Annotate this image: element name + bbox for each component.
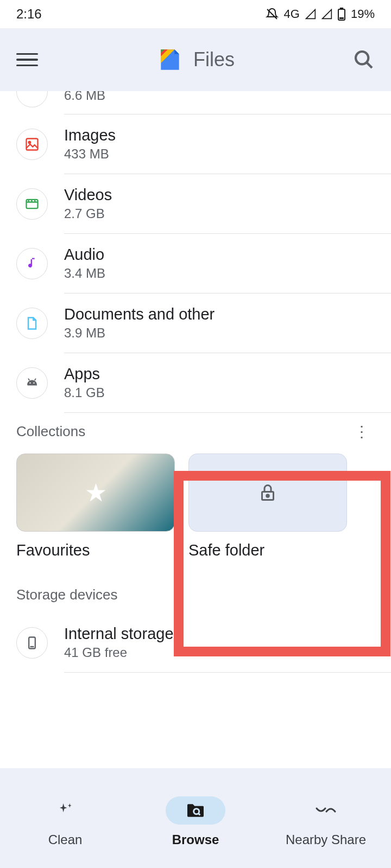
bell-off-icon xyxy=(266,8,279,21)
svg-point-4 xyxy=(356,52,368,64)
category-apps[interactable]: Apps 8.1 GB xyxy=(0,353,391,412)
svg-line-5 xyxy=(367,62,372,68)
phone-icon xyxy=(24,635,40,650)
category-size: 433 MB xyxy=(64,146,375,162)
category-size: 2.7 GB xyxy=(64,206,375,221)
internal-storage-item[interactable]: Internal storage 41 GB free xyxy=(0,609,391,672)
lock-icon xyxy=(258,483,278,502)
nav-label: Browse xyxy=(172,832,219,847)
signal-icon-2 xyxy=(321,9,332,20)
header-title: Files xyxy=(38,46,353,73)
svg-rect-2 xyxy=(340,8,343,9)
files-logo-icon xyxy=(156,46,184,73)
folder-search-icon xyxy=(185,800,206,821)
category-size: 3.9 MB xyxy=(64,326,375,341)
favourites-thumbnail: ★ xyxy=(16,454,175,532)
signal-icon xyxy=(305,9,316,20)
sparkle-icon xyxy=(54,800,76,821)
android-icon xyxy=(24,375,40,391)
status-indicators: 4G 19% xyxy=(266,7,375,21)
section-title: Collections xyxy=(16,423,85,440)
category-downloads-partial[interactable]: 6.6 MB xyxy=(0,91,391,114)
category-images[interactable]: Images 433 MB xyxy=(0,114,391,174)
battery-icon xyxy=(338,8,345,21)
more-icon[interactable]: ⋮ xyxy=(349,423,375,441)
collection-label: Safe folder xyxy=(188,541,347,559)
video-icon xyxy=(24,196,40,212)
svg-rect-3 xyxy=(339,17,344,19)
star-icon: ★ xyxy=(85,478,107,507)
main-scroll[interactable]: 6.6 MB Images 433 MB Videos 2.7 GB Audio… xyxy=(0,91,391,768)
collections-section-header: Collections ⋮ xyxy=(0,413,391,446)
audio-icon xyxy=(24,256,40,271)
svg-point-10 xyxy=(33,382,34,383)
menu-button[interactable] xyxy=(16,49,38,71)
storage-free: 41 GB free xyxy=(64,645,375,660)
nav-clean[interactable]: Clean xyxy=(11,796,119,847)
nav-nearby-share[interactable]: Nearby Share xyxy=(272,796,380,847)
safe-folder-thumbnail xyxy=(188,454,347,532)
favourites-card[interactable]: ★ Favourites xyxy=(16,454,175,559)
category-size: 8.1 GB xyxy=(64,385,375,400)
category-videos[interactable]: Videos 2.7 GB xyxy=(0,174,391,233)
status-bar: 2:16 4G 19% xyxy=(0,0,391,28)
category-size: 6.6 MB xyxy=(64,91,105,103)
nearby-share-icon xyxy=(314,802,337,819)
app-title: Files xyxy=(193,48,235,71)
collection-label: Favourites xyxy=(16,541,175,559)
nav-label: Clean xyxy=(48,832,83,847)
category-audio[interactable]: Audio 3.4 MB xyxy=(0,234,391,293)
svg-point-9 xyxy=(29,382,30,383)
document-icon xyxy=(24,316,40,331)
safe-folder-card[interactable]: Safe folder xyxy=(188,454,347,559)
svg-point-7 xyxy=(29,141,31,143)
search-icon[interactable] xyxy=(353,49,375,71)
image-icon xyxy=(24,137,40,152)
storage-name: Internal storage xyxy=(64,625,375,643)
category-name: Audio xyxy=(64,246,375,264)
network-label: 4G xyxy=(284,7,300,21)
section-title: Storage devices xyxy=(16,586,117,603)
app-header: Files xyxy=(0,28,391,91)
category-size: 3.4 MB xyxy=(64,266,375,281)
bottom-nav: Clean Browse Nearby Share xyxy=(0,768,391,868)
category-documents[interactable]: Documents and other 3.9 MB xyxy=(0,293,391,353)
nav-browse[interactable]: Browse xyxy=(141,796,250,847)
svg-point-12 xyxy=(267,495,269,497)
category-name: Apps xyxy=(64,365,375,383)
svg-rect-6 xyxy=(27,138,38,150)
collections-row: ★ Favourites Safe folder xyxy=(0,446,391,570)
category-name: Images xyxy=(64,126,375,144)
category-name: Videos xyxy=(64,186,375,204)
category-name: Documents and other xyxy=(64,305,375,323)
battery-percent: 19% xyxy=(351,7,375,21)
storage-section-header: Storage devices xyxy=(0,570,391,609)
status-time: 2:16 xyxy=(16,7,42,22)
nav-label: Nearby Share xyxy=(286,832,366,847)
